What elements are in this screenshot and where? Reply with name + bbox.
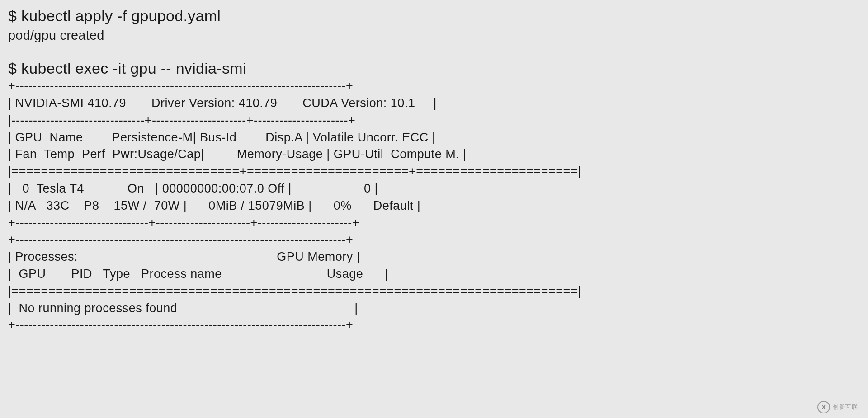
- smi-proc-header-2: | GPU PID Type Process name Usage |: [8, 266, 860, 283]
- terminal-output: $ kubectl apply -f gpupod.yaml pod/gpu c…: [8, 6, 860, 334]
- smi-sep-double: |===============================+=======…: [8, 163, 860, 180]
- watermark-icon: X: [817, 401, 830, 413]
- command-output-1: pod/gpu created: [8, 27, 860, 44]
- smi-gpu-row-1: | 0 Tesla T4 On | 00000000:00:07.0 Off |…: [8, 180, 860, 197]
- smi-header-2: | Fan Temp Perf Pwr:Usage/Cap| Memory-Us…: [8, 146, 860, 163]
- command-line-1: $ kubectl apply -f gpupod.yaml: [8, 6, 860, 26]
- prompt: $: [8, 60, 21, 77]
- command-line-2: $ kubectl exec -it gpu -- nvidia-smi: [8, 59, 860, 78]
- command-text: kubectl exec -it gpu -- nvidia-smi: [21, 60, 246, 77]
- prompt: $: [8, 7, 21, 24]
- watermark: X 创新互联: [817, 401, 858, 413]
- smi-proc-header-1: | Processes: GPU Memory |: [8, 249, 860, 266]
- smi-sep: |-------------------------------+-------…: [8, 112, 860, 129]
- smi-proc-none: | No running processes found |: [8, 300, 860, 317]
- watermark-text: 创新互联: [833, 403, 858, 411]
- smi-border-top: +---------------------------------------…: [8, 78, 860, 95]
- smi-version-line: | NVIDIA-SMI 410.79 Driver Version: 410.…: [8, 95, 860, 112]
- smi-proc-border-top: +---------------------------------------…: [8, 231, 860, 249]
- command-text: kubectl apply -f gpupod.yaml: [21, 7, 221, 24]
- smi-border-bottom: +-------------------------------+-------…: [8, 215, 860, 232]
- smi-gpu-row-2: | N/A 33C P8 15W / 70W | 0MiB / 15079MiB…: [8, 197, 860, 215]
- smi-header-1: | GPU Name Persistence-M| Bus-Id Disp.A …: [8, 129, 860, 146]
- smi-proc-border-bottom: +---------------------------------------…: [8, 317, 860, 334]
- smi-proc-sep: |=======================================…: [8, 283, 860, 300]
- nvidia-smi-output: +---------------------------------------…: [8, 78, 860, 334]
